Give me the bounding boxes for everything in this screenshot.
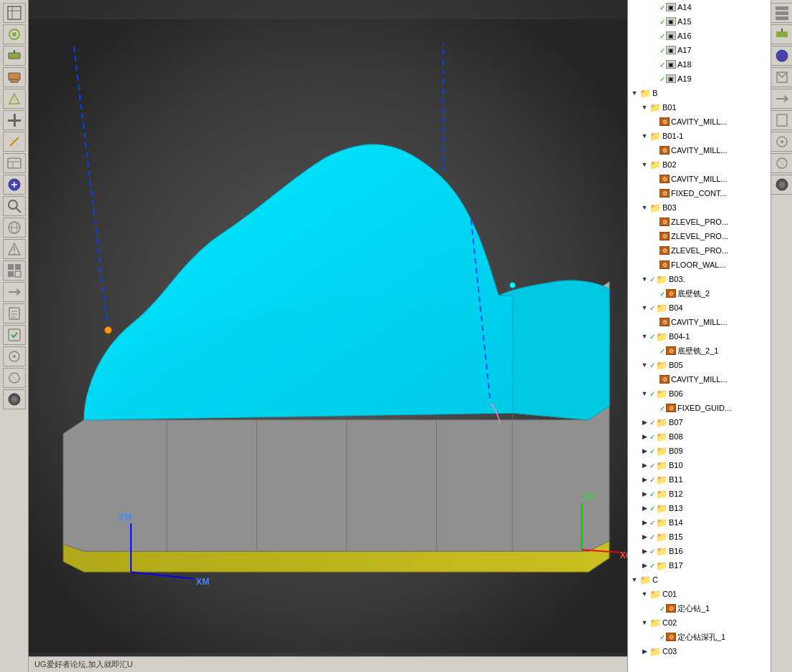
tree-node-C[interactable]: ▼ 📁 C xyxy=(628,573,771,587)
tree-node-ZLEVEL_PRO2[interactable]: ⚙ ZLEVEL_PRO... xyxy=(628,229,771,243)
toolbar-icon-18[interactable] xyxy=(3,368,26,388)
svg-point-23 xyxy=(14,253,15,254)
toolbar-icon-4[interactable] xyxy=(3,67,26,87)
tree-node-diqiang_2[interactable]: ✓⚙ 底壁铣_2 xyxy=(628,286,771,301)
tree-node-B01[interactable]: ▼ 📁 B01 xyxy=(628,100,771,115)
tree-node-B16[interactable]: ▶ ✓📁 B16 xyxy=(628,544,771,558)
right-toolbar-icon-7[interactable] xyxy=(771,132,793,152)
tree-node-B01-1[interactable]: ▼ 📁 B01-1 xyxy=(628,129,771,143)
toolbar-icon-13[interactable] xyxy=(3,260,26,281)
tree-label-B16: B16 xyxy=(669,547,683,555)
tree-node-CAVITY_MILL_B02[interactable]: ⚙ CAVITY_MILL... xyxy=(628,172,771,186)
svg-text:XM: XM xyxy=(196,577,210,587)
toolbar-icon-7[interactable] xyxy=(3,132,26,152)
tree-node-B11[interactable]: ▶ ✓📁 B11 xyxy=(628,472,771,487)
svg-rect-11 xyxy=(14,114,16,127)
toolbar-icon-14[interactable] xyxy=(3,282,26,302)
toolbar-icon-19[interactable] xyxy=(3,389,26,409)
tree-node-B13[interactable]: ▶ ✓📁 B13 xyxy=(628,501,771,515)
tree-node-B17[interactable]: ▶ ✓📁 B17 xyxy=(628,558,771,573)
tree-node-A19[interactable]: ✓▣ A19 xyxy=(628,72,771,86)
tree-node-B03[interactable]: ▼ 📁 B03 xyxy=(628,200,771,215)
svg-point-34 xyxy=(13,355,16,358)
left-toolbar[interactable] xyxy=(0,0,29,672)
toolbar-icon-2[interactable] xyxy=(3,24,26,44)
toolbar-icon-16[interactable] xyxy=(3,325,26,345)
toolbar-icon-3[interactable] xyxy=(3,46,26,66)
tree-label-dingxinzuan_1: 定心钻_1 xyxy=(677,603,710,614)
tree-node-B07[interactable]: ▶ ✓📁 B07 xyxy=(628,415,771,429)
tree-node-B05[interactable]: ▼ ✓📁 B05 xyxy=(628,358,771,372)
right-toolbar-icon-4[interactable] xyxy=(771,67,793,87)
toolbar-icon-9[interactable] xyxy=(3,175,26,195)
tree-node-CAVITY_MILL_B05[interactable]: ⚙ CAVITY_MILL... xyxy=(628,372,771,386)
toolbar-icon-5[interactable] xyxy=(3,89,26,109)
tree-node-B03d[interactable]: ▼ ✓📁 B03. xyxy=(628,272,771,286)
svg-rect-26 xyxy=(8,271,14,277)
toolbar-icon-1[interactable] xyxy=(3,3,26,23)
tree-node-CAVITY_MILL_B04[interactable]: ⚙ CAVITY_MILL... xyxy=(628,315,771,329)
svg-rect-28 xyxy=(9,308,19,319)
tree-node-B02[interactable]: ▼ 📁 B02 xyxy=(628,157,771,172)
tree-node-B09[interactable]: ▶ ✓📁 B09 xyxy=(628,444,771,458)
tree-node-B08[interactable]: ▶ ✓📁 B08 xyxy=(628,429,771,444)
right-toolbar-icon-6[interactable] xyxy=(771,110,793,130)
tree-node-C02[interactable]: ▼ 📁 C02 xyxy=(628,615,771,630)
tree-label-A18: A18 xyxy=(677,60,692,69)
operation-tree[interactable]: ✓▣ A14 ✓▣ A15 ✓▣ A16 ✓▣ A17 ✓▣ A18 ✓▣ A1… xyxy=(628,0,771,672)
tree-node-B06[interactable]: ▼ ✓📁 B06 xyxy=(628,386,771,401)
tree-label-B09: B09 xyxy=(669,447,683,455)
tree-node-B12[interactable]: ▶ ✓📁 B12 xyxy=(628,487,771,501)
tree-node-dingxinzuan_1[interactable]: ✓⚙ 定心钻_1 xyxy=(628,601,771,615)
toolbar-icon-11[interactable] xyxy=(3,218,26,238)
tree-node-CAVITY_MILL_B01[interactable]: ⚙ CAVITY_MILL... xyxy=(628,115,771,129)
right-toolbar-icon-5[interactable] xyxy=(771,89,793,109)
tree-label-B17: B17 xyxy=(669,561,683,570)
tree-node-A17[interactable]: ✓▣ A17 xyxy=(628,43,771,57)
tree-node-dingxinzuanshenkong_1[interactable]: ✓⚙ 定心钻深孔_1 xyxy=(628,630,771,644)
toolbar-icon-12[interactable] xyxy=(3,239,26,259)
toolbar-icon-10[interactable] xyxy=(3,196,26,216)
svg-point-54 xyxy=(510,283,516,288)
tree-node-B14[interactable]: ▶ ✓📁 B14 xyxy=(628,515,771,530)
right-toolbar-icon-2[interactable] xyxy=(771,24,793,44)
tree-node-C01[interactable]: ▼ 📁 C01 xyxy=(628,587,771,601)
tree-node-ZLEVEL_PRO3[interactable]: ⚙ ZLEVEL_PRO... xyxy=(628,243,771,258)
tree-label-B11: B11 xyxy=(669,475,683,484)
toolbar-icon-6[interactable] xyxy=(3,110,26,130)
right-toolbar-icon-1[interactable] xyxy=(771,3,793,23)
tree-node-A18[interactable]: ✓▣ A18 xyxy=(628,57,771,72)
tree-node-B15[interactable]: ▶ ✓📁 B15 xyxy=(628,530,771,544)
tree-label-C01: C01 xyxy=(662,590,677,598)
tree-node-B04[interactable]: ▼ ✓📁 B04 xyxy=(628,301,771,315)
tree-label-diqiang_21: 底壁铣_2_1 xyxy=(677,346,718,356)
tree-label-B08: B08 xyxy=(669,432,683,441)
main-3d-view[interactable]: ZM XM ZC XC UG爱好者论坛,加入就即汇U xyxy=(29,0,627,672)
tree-node-FIXED_CONT_B02[interactable]: ⚙ FIXED_CONT... xyxy=(628,186,771,200)
toolbar-icon-8[interactable] xyxy=(3,153,26,173)
toolbar-icon-17[interactable] xyxy=(3,346,26,366)
tree-node-CAVITY_MILL_B011[interactable]: ⚙ CAVITY_MILL... xyxy=(628,143,771,157)
svg-line-17 xyxy=(16,208,21,213)
right-toolbar[interactable] xyxy=(771,0,792,672)
right-toolbar-icon-3[interactable] xyxy=(771,46,793,66)
tree-node-FLOOR_WAL[interactable]: ⚙ FLOOR_WAL... xyxy=(628,258,771,272)
tree-node-FIXED_GUID[interactable]: ✓⚙ FIXED_GUID... xyxy=(628,401,771,415)
tree-label-A14: A14 xyxy=(677,3,692,11)
right-toolbar-icon-9[interactable] xyxy=(771,175,793,195)
right-section: ✓▣ A14 ✓▣ A15 ✓▣ A16 ✓▣ A17 ✓▣ A18 ✓▣ A1… xyxy=(627,0,792,672)
tree-node-B10[interactable]: ▶ ✓📁 B10 xyxy=(628,458,771,472)
tree-node-A14[interactable]: ✓▣ A14 xyxy=(628,0,771,14)
tree-label-diqiang_2: 底壁铣_2 xyxy=(677,288,710,299)
tree-label-B14: B14 xyxy=(669,518,683,527)
tree-node-C03[interactable]: ▶ 📁 C03 xyxy=(628,644,771,658)
tree-node-B[interactable]: ▼ 📁 B xyxy=(628,86,771,100)
tree-node-A15[interactable]: ✓▣ A15 xyxy=(628,14,771,29)
tree-node-ZLEVEL_PRO1[interactable]: ⚙ ZLEVEL_PRO... xyxy=(628,215,771,229)
right-toolbar-icon-8[interactable] xyxy=(771,153,793,173)
tree-node-B04-1[interactable]: ▼ ✓📁 B04-1 xyxy=(628,329,771,344)
tree-label-B13: B13 xyxy=(669,504,683,512)
toolbar-icon-15[interactable] xyxy=(3,303,26,323)
tree-node-A16[interactable]: ✓▣ A16 xyxy=(628,29,771,43)
tree-node-diqiang_21[interactable]: ✓⚙ 底壁铣_2_1 xyxy=(628,344,771,358)
